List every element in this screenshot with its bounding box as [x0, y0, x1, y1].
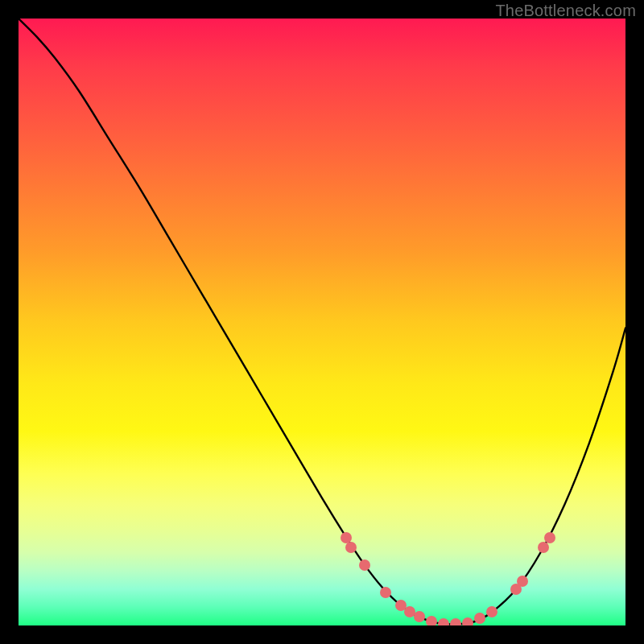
curve-marker [438, 618, 449, 625]
curve-marker [359, 559, 370, 571]
curve-marker [474, 613, 485, 624]
curve-marker [450, 618, 461, 625]
curve-marker [517, 576, 528, 587]
curve-layer [19, 19, 625, 625]
bottleneck-curve [19, 19, 625, 625]
curve-marker [538, 542, 549, 553]
chart-frame: TheBottleneck.com [0, 0, 644, 644]
curve-marker [426, 616, 437, 625]
curve-marker [380, 587, 391, 598]
curve-marker [345, 542, 357, 553]
plot-area [19, 19, 625, 625]
curve-marker [544, 532, 555, 543]
curve-marker [486, 606, 497, 617]
curve-marker [414, 611, 425, 622]
watermark-text: TheBottleneck.com [495, 2, 636, 20]
curve-marker [462, 617, 473, 625]
